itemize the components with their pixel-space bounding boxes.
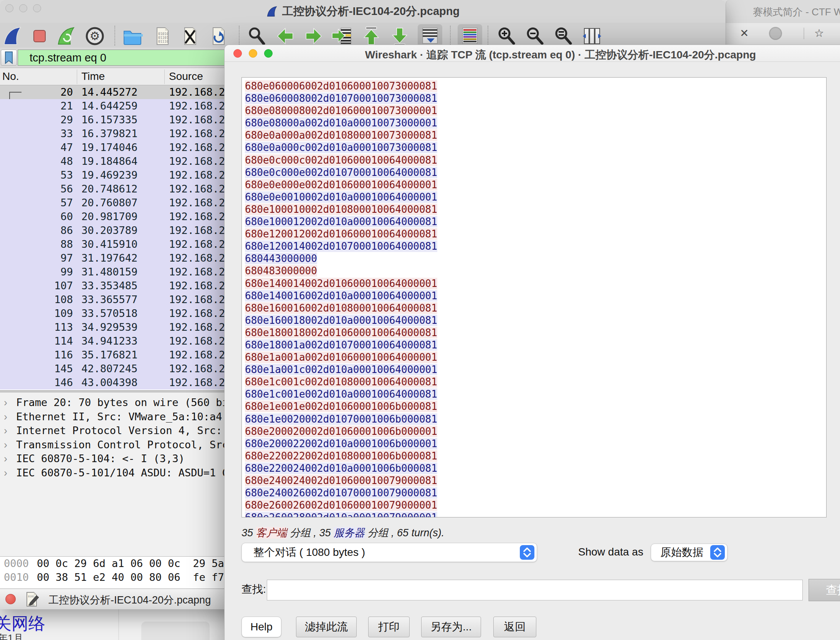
stream-line: 680e240026002d010700010079000081	[242, 487, 826, 499]
status-filename: 工控协议分析-IEC104-20分.pcapng	[48, 593, 211, 607]
stream-server-data: 680e100012002d010a00010064000081	[245, 216, 437, 227]
edit-capture-comment-icon[interactable]: 0101 0110	[25, 591, 40, 609]
go-forward-icon[interactable]	[303, 25, 324, 47]
stream-client-data: 680e100010002d010800010064000081	[245, 204, 437, 215]
stream-client-data: 680e140014002d010600010064000001	[245, 278, 437, 289]
filter-out-stream-button[interactable]: 滤掉此流	[296, 617, 357, 637]
stream-range-select[interactable]: 整个对话 ( 1080 bytes )	[241, 543, 537, 562]
detail-text: Frame 20: 70 bytes on wire (560 bit	[16, 396, 235, 410]
page-date-text: 年1月	[0, 632, 23, 640]
go-back-icon[interactable]	[275, 25, 296, 47]
detail-text: IEC 60870-5-101/104 ASDU: ASDU=1 C_	[16, 466, 235, 480]
stream-line: 680e140014002d010600010064000001	[242, 277, 826, 290]
stream-line: 680e0e000e002d010600010064000001	[242, 179, 826, 191]
packet-cell-src: 192.168.20	[169, 293, 231, 307]
packet-cell-no: 20	[0, 85, 73, 99]
expand-chevron-icon[interactable]: ›	[4, 438, 7, 452]
packet-cell-time: 19.184864	[81, 154, 137, 168]
stats-suffix: 分组 , 65 turn(s).	[365, 527, 444, 539]
colorize-packets-icon[interactable]	[458, 24, 482, 47]
hex-offset: 0010	[4, 570, 29, 584]
show-data-as-value: 原始数据	[660, 545, 703, 560]
zoom-in-icon[interactable]	[496, 25, 517, 47]
stream-server-data: 680e0c000e002d010700010064000081	[245, 167, 437, 178]
stream-line: 680e0c000e002d010700010064000081	[242, 166, 826, 179]
hex-offset: 0000	[4, 557, 29, 570]
expand-chevron-icon[interactable]: ›	[4, 452, 7, 466]
print-button[interactable]: 打印	[368, 617, 410, 637]
wireshark-fin-icon[interactable]	[2, 25, 23, 47]
capture-status-icon[interactable]	[5, 594, 16, 604]
packet-cell-src: 192.168.20	[169, 113, 231, 127]
first-packet-icon[interactable]	[361, 25, 382, 47]
browser-tab-title[interactable]: 赛模式简介 - CTF Wiki	[753, 5, 840, 19]
packet-cell-src: 192.168.20	[169, 224, 231, 237]
zoom-reset-icon[interactable]	[553, 25, 574, 47]
find-packet-icon[interactable]	[246, 25, 267, 47]
stream-client-data: 680e060006002d010600010073000081	[245, 80, 437, 92]
stream-line: 680e0c000c002d010600010064000081	[242, 154, 826, 166]
column-header-no[interactable]: No.	[2, 70, 19, 83]
stream-line: 680e18001a002d010700010064000081	[242, 339, 826, 351]
stream-server-data: 680e0e0010002d010a00010064000001	[245, 191, 437, 203]
zoom-out-icon[interactable]	[524, 25, 545, 47]
screen: 赛模式简介 - CTF Wiki ✕ ☆ 关网络 年1月 工控协议分析-IEC1…	[0, 0, 840, 640]
close-icon[interactable]: ✕	[740, 27, 749, 40]
avatar-circle-icon[interactable]	[769, 27, 782, 40]
stream-client-data: 680483000000	[245, 265, 317, 277]
go-to-packet-icon[interactable]	[332, 25, 352, 47]
page-divider	[118, 609, 119, 640]
find-button[interactable]: 查找	[809, 579, 840, 601]
toolbar-divider	[804, 28, 804, 39]
stream-server-data: 680e18001a002d010700010064000081	[245, 339, 437, 351]
bookmark-star-icon[interactable]: ☆	[814, 27, 824, 40]
display-filter-text: tcp.stream eq 0	[30, 51, 106, 64]
packet-cell-no: 145	[0, 362, 73, 376]
column-separator[interactable]	[77, 70, 77, 84]
packet-cell-no: 60	[0, 210, 73, 224]
find-input[interactable]	[267, 580, 803, 600]
window-title-text: 工控协议分析-IEC104-20分.pcapng	[282, 4, 460, 19]
auto-scroll-icon[interactable]	[418, 24, 442, 47]
stream-content[interactable]: 680e060006002d010600010073000081680e0600…	[241, 77, 827, 517]
reload-file-icon[interactable]	[208, 25, 229, 47]
stream-line: 680e1a001a002d010600010064000001	[242, 351, 826, 363]
packet-cell-time: 43.004398	[81, 376, 137, 390]
detail-text: Ethernet II, Src: VMware_5a:10:a4 (	[16, 410, 235, 424]
show-data-as-select[interactable]: 原始数据	[651, 544, 728, 561]
filter-bookmark-button[interactable]	[1, 50, 17, 66]
toolbar-separator	[450, 26, 451, 46]
stream-client-data: 680e220022002d01080001006b000081	[245, 450, 437, 462]
stream-line: 680e260026002d010600010079000001	[242, 499, 826, 511]
open-file-folder-icon[interactable]	[122, 25, 143, 47]
detail-text: Transmission Control Protocol, Src	[16, 438, 228, 452]
stream-line: 680e160016002d010800010064000081	[242, 302, 826, 314]
packet-cell-no: 109	[0, 307, 73, 320]
expand-chevron-icon[interactable]: ›	[4, 410, 7, 424]
capture-options-gear-icon[interactable]: ⚙	[84, 25, 105, 47]
restart-capture-icon[interactable]	[56, 25, 77, 47]
help-button[interactable]: Help	[241, 617, 281, 637]
save-as-button[interactable]: 另存为...	[421, 617, 481, 637]
column-header-source[interactable]: Source	[169, 70, 203, 83]
close-file-icon[interactable]	[180, 25, 200, 47]
stop-capture-icon[interactable]	[29, 25, 50, 47]
packet-cell-time: 33.353485	[81, 279, 137, 293]
packet-cell-src: 192.168.20	[169, 307, 231, 320]
packet-cell-src: 192.168.20	[169, 320, 231, 334]
save-file-icon[interactable]: 01010 01101 01110	[152, 25, 173, 47]
packet-cell-no: 108	[0, 293, 73, 307]
packet-cell-no: 57	[0, 196, 73, 210]
expand-chevron-icon[interactable]: ›	[4, 466, 7, 480]
dialog-title: Wireshark · 追踪 TCP 流 (tcp.stream eq 0) ·…	[225, 48, 840, 62]
packet-cell-time: 16.379821	[81, 127, 137, 141]
svg-text:0101: 0101	[28, 595, 35, 598]
stream-line: 680e0e0010002d010a00010064000001	[242, 191, 826, 203]
last-packet-icon[interactable]	[389, 25, 410, 47]
expand-chevron-icon[interactable]: ›	[4, 424, 7, 438]
back-button[interactable]: 返回	[493, 617, 536, 637]
expand-chevron-icon[interactable]: ›	[4, 396, 7, 410]
column-header-time[interactable]: Time	[81, 70, 105, 83]
column-separator[interactable]	[164, 70, 165, 84]
resize-columns-icon[interactable]	[581, 25, 602, 47]
